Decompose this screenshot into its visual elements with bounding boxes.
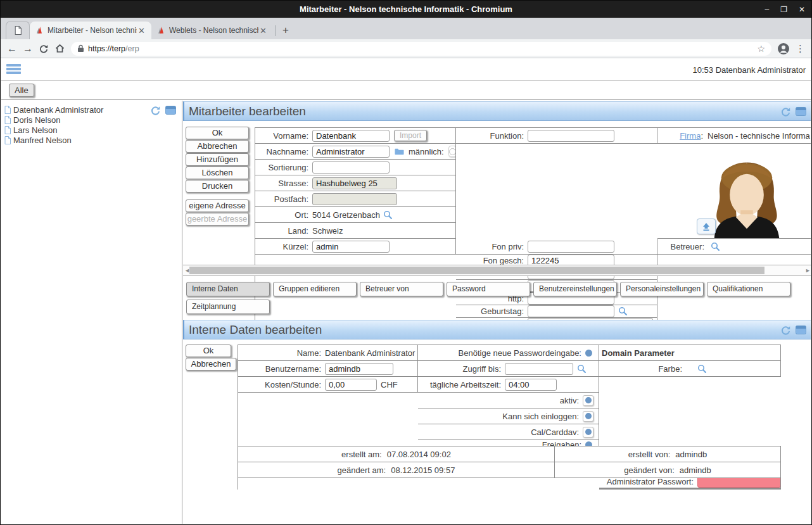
firma-link[interactable]: Firma bbox=[680, 131, 701, 141]
geaendert-von-value: admindb bbox=[680, 465, 711, 475]
abbrechen-button[interactable]: Abbrechen bbox=[186, 140, 249, 153]
erstellt-von-label: erstellt von: bbox=[628, 450, 670, 459]
postfach-label: Postfach: bbox=[258, 194, 308, 204]
sortierung-input[interactable] bbox=[312, 161, 390, 174]
browser-window: Mitarbeiter - Nelson technische Informat… bbox=[0, 0, 812, 525]
fon-priv-input[interactable] bbox=[528, 241, 614, 253]
list-item-employee[interactable]: Lars Nelson bbox=[4, 125, 182, 135]
menu-dots-icon[interactable]: ⋮ bbox=[796, 44, 805, 53]
tab-zeitplannung[interactable]: Zeitplannung bbox=[186, 300, 270, 314]
panel-card-icon[interactable] bbox=[796, 107, 806, 117]
horizontal-scrollbar-thumb[interactable] bbox=[189, 267, 764, 274]
fon-priv-label: Fon priv: bbox=[459, 242, 524, 251]
arbeitszeit-label: tägliche Arbeitszeit: bbox=[421, 380, 501, 389]
tab-close-icon[interactable]: ✕ bbox=[137, 26, 146, 35]
import-button: Import bbox=[394, 130, 427, 141]
url-host: https://terp bbox=[88, 44, 125, 53]
url-bar[interactable]: https://terp /erp ☆ bbox=[71, 42, 771, 56]
forward-button[interactable]: → bbox=[23, 44, 33, 54]
panel-card-icon[interactable] bbox=[796, 326, 806, 335]
loeschen-button[interactable]: Löschen bbox=[186, 167, 249, 179]
refresh-icon[interactable] bbox=[780, 325, 791, 336]
tab-personaleinstellungen[interactable]: Personaleinstellungen bbox=[620, 282, 704, 296]
einloggen-toggle[interactable] bbox=[583, 411, 593, 422]
upload-photo-button[interactable] bbox=[697, 218, 716, 234]
zugriff-bis-input[interactable] bbox=[505, 363, 573, 375]
horizontal-scrollbar[interactable]: ◄ ► bbox=[183, 265, 811, 276]
employee-name: Datenbank Administrator bbox=[13, 105, 103, 115]
page-icon bbox=[15, 26, 22, 35]
postfach-input[interactable] bbox=[312, 193, 397, 205]
search-icon[interactable] bbox=[383, 210, 393, 220]
strasse-input[interactable] bbox=[312, 177, 397, 189]
tab-password[interactable]: Password bbox=[447, 282, 530, 296]
maennlich-radio[interactable] bbox=[448, 146, 456, 157]
nachname-input[interactable] bbox=[312, 146, 390, 158]
vorname-input[interactable] bbox=[312, 130, 390, 142]
ok-button[interactable]: Ok bbox=[186, 345, 231, 357]
scroll-right-arrow[interactable]: ► bbox=[805, 267, 811, 274]
minimize-button[interactable]: – bbox=[764, 5, 769, 14]
hinzufuegen-button[interactable]: Hinzufügen bbox=[186, 153, 249, 166]
folder-icon[interactable] bbox=[395, 148, 404, 155]
tab-benutzereinstellungen[interactable]: Benutzereinstellungen bbox=[533, 282, 617, 296]
employee-list-panel: Datenbank Administrator Doris Nelson Lar… bbox=[1, 101, 182, 524]
eigene-adresse-button[interactable]: eigene Adresse bbox=[186, 199, 249, 212]
ok-button[interactable]: Ok bbox=[186, 127, 249, 139]
fon-gesch-label: Fon gesch: bbox=[459, 256, 524, 265]
tab-close-icon[interactable]: ✕ bbox=[258, 26, 268, 35]
drucken-button[interactable]: Drucken bbox=[186, 180, 249, 193]
arbeitszeit-input[interactable] bbox=[505, 379, 557, 391]
einloggen-label: Kann sich einloggen: bbox=[502, 412, 579, 421]
refresh-icon[interactable] bbox=[150, 105, 161, 116]
search-icon[interactable] bbox=[711, 242, 720, 251]
app-header: 10:53 Datenbank Administrator bbox=[1, 59, 811, 81]
section-title: Interne Daten bearbeiten bbox=[189, 323, 322, 337]
bookmark-star-icon[interactable]: ☆ bbox=[757, 44, 765, 54]
hamburger-menu-icon[interactable] bbox=[6, 64, 21, 75]
audit-table: erstellt am:07.08.2014 09:02 erstellt vo… bbox=[238, 446, 781, 478]
upload-icon bbox=[701, 222, 711, 231]
sortierung-label: Sortierung: bbox=[258, 163, 308, 172]
maximize-button[interactable]: ❐ bbox=[780, 5, 787, 14]
kosten-stunde-input[interactable] bbox=[325, 379, 377, 391]
carddav-label: Cal/Carddav: bbox=[531, 427, 579, 437]
kuerzel-input[interactable] bbox=[312, 241, 390, 253]
benutzername-input[interactable] bbox=[325, 363, 393, 375]
erstellt-von-value: admindb bbox=[675, 450, 707, 459]
domain-parameter-header: Domain Parameter bbox=[602, 348, 675, 358]
pinned-page-tab[interactable] bbox=[6, 21, 30, 39]
reload-button[interactable] bbox=[39, 44, 49, 54]
geaendert-am-label: geändert am: bbox=[338, 465, 386, 475]
profile-icon[interactable] bbox=[777, 42, 790, 55]
tab-qualifikationen[interactable]: Qualifikationen bbox=[707, 282, 790, 296]
list-item-employee[interactable]: Manfred Nelson bbox=[4, 136, 182, 145]
passwordeingabe-label: Benötige neue Passwordeingabe: bbox=[459, 348, 581, 358]
close-button[interactable]: ✕ bbox=[799, 5, 805, 14]
tab-mitarbeiter[interactable]: Mitarbeiter - Nelson technisch ✕ bbox=[30, 22, 151, 39]
home-button[interactable] bbox=[54, 43, 65, 54]
tab-gruppen-editieren[interactable]: Gruppen editieren bbox=[273, 282, 357, 296]
document-icon bbox=[4, 126, 11, 134]
funktion-input[interactable] bbox=[528, 130, 614, 142]
land-value: Schweiz bbox=[312, 226, 343, 236]
search-icon[interactable] bbox=[697, 364, 707, 374]
abbrechen-button[interactable]: Abbrechen bbox=[186, 358, 236, 370]
firma-colon: : bbox=[701, 131, 703, 141]
panel-card-icon[interactable] bbox=[165, 106, 176, 115]
employee-name: Lars Nelson bbox=[13, 125, 57, 135]
refresh-icon[interactable] bbox=[780, 106, 791, 117]
list-item-employee[interactable]: Doris Nelson bbox=[4, 115, 182, 125]
new-tab-button[interactable]: + bbox=[279, 24, 295, 39]
search-icon[interactable] bbox=[577, 364, 587, 374]
tab-weblets[interactable]: Weblets - Nelson technische I ✕ bbox=[151, 22, 273, 39]
alle-filter-button[interactable]: Alle bbox=[9, 84, 34, 97]
back-button[interactable]: ← bbox=[7, 44, 17, 54]
aktiv-toggle[interactable] bbox=[583, 395, 593, 406]
tab-betreuer-von[interactable]: Betreuer von bbox=[360, 282, 443, 296]
funktion-label: Funktion: bbox=[459, 131, 524, 141]
carddav-toggle[interactable] bbox=[583, 427, 593, 438]
tab-interne-daten[interactable]: Interne Daten bbox=[186, 282, 270, 296]
passwordeingabe-toggle[interactable] bbox=[585, 350, 592, 357]
detail-tabs-row-1: Interne Daten Gruppen editieren Betreuer… bbox=[186, 282, 811, 296]
